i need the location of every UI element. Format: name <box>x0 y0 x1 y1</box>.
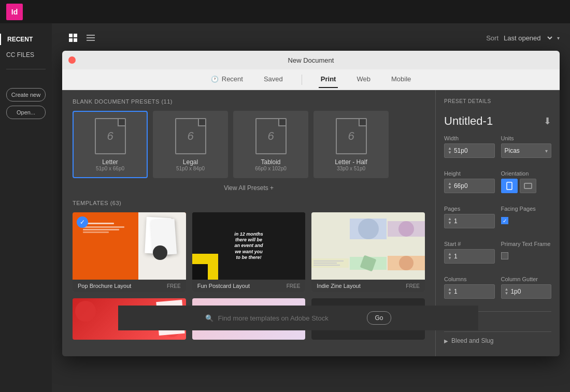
sidebar-item-recent[interactable]: RECENT <box>0 34 52 45</box>
start-spinners: ▲ ▼ <box>448 252 452 260</box>
form-row-start-primary: Start # ▲ ▼ Primary Text Frame <box>444 241 551 264</box>
bleed-arrow: ▶ <box>444 338 448 344</box>
svg-rect-4 <box>87 35 95 36</box>
width-input[interactable] <box>454 147 491 154</box>
create-new-button[interactable]: Create new <box>6 88 46 101</box>
units-select[interactable]: Picas Inches Millimeters Points Pixels <box>505 147 546 154</box>
go-button[interactable]: Go <box>367 311 391 325</box>
save-preset-icon[interactable]: ⬇ <box>544 115 551 127</box>
open-button[interactable]: Open... <box>6 106 46 119</box>
columns-input[interactable] <box>454 288 491 295</box>
preset-size: 51p0 x 84p0 <box>176 166 205 171</box>
template-badge: FREE <box>167 283 181 289</box>
column-gutter-input[interactable] <box>510 288 548 295</box>
gutter-down-btn[interactable]: ▼ <box>505 292 509 296</box>
template-badge: FREE <box>406 283 420 289</box>
bleed-slug-label: Bleed and Slug <box>451 337 493 344</box>
sidebar-item-cc-files[interactable]: CC FILES <box>0 49 52 61</box>
orientation-buttons <box>501 179 552 193</box>
form-row-width-units: Width ▲ ▼ Units <box>444 135 551 158</box>
form-row-height-orientation: Height ▲ ▼ Orientation <box>444 170 551 193</box>
units-select-arrow: ▾ <box>545 148 548 154</box>
list-view-toggle[interactable] <box>84 32 97 46</box>
preset-size: 51p0 x 66p0 <box>96 166 124 171</box>
form-row-columns: Columns ▲ ▼ Column Gutter <box>444 276 551 299</box>
pages-spinners: ▲ ▼ <box>448 217 452 225</box>
tab-recent[interactable]: 🕐 Recent <box>209 71 245 88</box>
form-group-orientation: Orientation <box>501 170 552 193</box>
height-down-btn[interactable]: ▼ <box>448 186 452 190</box>
primary-text-checkbox[interactable] <box>501 252 508 259</box>
svg-rect-3 <box>74 38 77 42</box>
tab-mobile[interactable]: Mobile <box>389 71 413 88</box>
sort-arrow: ▾ <box>557 35 560 41</box>
pages-down-btn[interactable]: ▼ <box>448 221 452 225</box>
form-group-pages: Pages ▲ ▼ <box>444 206 495 228</box>
landscape-btn[interactable] <box>520 179 536 193</box>
width-down-btn[interactable]: ▼ <box>448 151 452 155</box>
tab-print[interactable]: Print <box>319 71 338 88</box>
units-select-wrap: Picas Inches Millimeters Points Pixels ▾ <box>501 143 552 158</box>
dialog-close-btn[interactable] <box>68 56 76 64</box>
pages-label: Pages <box>444 206 495 212</box>
preset-letter[interactable]: 6 Letter 51p0 x 66p0 <box>73 111 148 178</box>
template-indie-zine[interactable]: Indie Zine Layout FREE <box>311 212 425 292</box>
preset-name: Tabloid <box>261 158 280 166</box>
grid-view-toggle[interactable] <box>66 32 80 46</box>
template-fun-postcard[interactable]: in 12 months there will be an event and … <box>192 212 306 292</box>
start-down-btn[interactable]: ▼ <box>448 256 452 260</box>
columns-down-btn[interactable]: ▼ <box>448 292 452 296</box>
columns-label: Columns <box>444 276 495 282</box>
sidebar: RECENT CC FILES Create new Open... <box>0 23 52 392</box>
svg-rect-0 <box>69 34 73 37</box>
tab-web[interactable]: Web <box>354 71 373 88</box>
page-fold <box>198 119 205 126</box>
template-selected-check: ✓ <box>77 216 88 228</box>
tab-saved[interactable]: Saved <box>262 71 285 88</box>
pages-input-wrap: ▲ ▼ <box>444 214 495 228</box>
view-all-presets[interactable]: View All Presets + <box>73 184 425 192</box>
form-group-primary-text: Primary Text Frame <box>501 241 552 264</box>
height-input[interactable] <box>454 182 491 190</box>
main-layout: RECENT CC FILES Create new Open... <box>0 23 570 392</box>
search-bar: 🔍 Go <box>118 306 478 330</box>
facing-pages-checkbox[interactable]: ✓ <box>501 217 508 224</box>
preset-icon: 6 <box>95 118 126 154</box>
template-pop-brochure[interactable]: ✓ Pop Brochure Layout FREE <box>73 212 186 292</box>
start-input[interactable] <box>454 253 491 260</box>
bleed-slug-section[interactable]: ▶ Bleed and Slug <box>444 331 551 344</box>
svg-rect-6 <box>87 40 95 41</box>
preset-icon: 6 <box>255 118 287 154</box>
sort-select[interactable]: Last opened Name Date modified <box>502 34 554 42</box>
portrait-btn[interactable] <box>501 179 518 193</box>
sort-bar: Sort Last opened Name Date modified ▾ <box>62 34 560 42</box>
view-area: Sort Last opened Name Date modified ▾ Ne… <box>52 23 570 392</box>
svg-rect-7 <box>507 182 512 190</box>
template-thumb: in 12 months there will be an event and … <box>192 212 306 280</box>
pages-input[interactable] <box>454 217 491 225</box>
preset-name: Letter - Half <box>335 158 367 166</box>
units-label: Units <box>501 135 552 141</box>
panel-title: Untitled-1 ⬇ <box>444 114 551 128</box>
page-fold <box>118 119 125 126</box>
gutter-spinners: ▲ ▼ <box>505 287 509 296</box>
template-name: Fun Postcard Layout <box>197 283 250 289</box>
form-group-column-gutter: Column Gutter ▲ ▼ <box>501 276 552 299</box>
form-group-width: Width ▲ ▼ <box>444 135 495 158</box>
start-input-wrap: ▲ ▼ <box>444 249 495 264</box>
columns-input-wrap: ▲ ▼ <box>444 284 495 299</box>
preset-icon: 6 <box>175 118 206 154</box>
svg-rect-8 <box>524 183 532 188</box>
template-name: Indie Zine Layout <box>317 283 360 289</box>
search-templates-input[interactable] <box>218 314 363 322</box>
preset-legal[interactable]: 6 Legal 51p0 x 84p0 <box>153 111 228 178</box>
height-spinners: ▲ ▼ <box>448 182 452 190</box>
primary-text-wrap <box>501 252 552 259</box>
width-spinners: ▲ ▼ <box>448 147 452 155</box>
preset-size: 33p0 x 51p0 <box>337 166 365 171</box>
dialog-tabs: 🕐 Recent Saved Print Web Mobile <box>62 69 560 90</box>
preset-tabloid[interactable]: 6 Tabloid 66p0 x 102p0 <box>233 111 308 178</box>
templates-section-label: TEMPLATES (63) <box>73 200 425 206</box>
template-name: Pop Brochure Layout <box>78 283 131 289</box>
preset-letter-half[interactable]: 6 Letter - Half 33p0 x 51p0 <box>314 111 389 178</box>
